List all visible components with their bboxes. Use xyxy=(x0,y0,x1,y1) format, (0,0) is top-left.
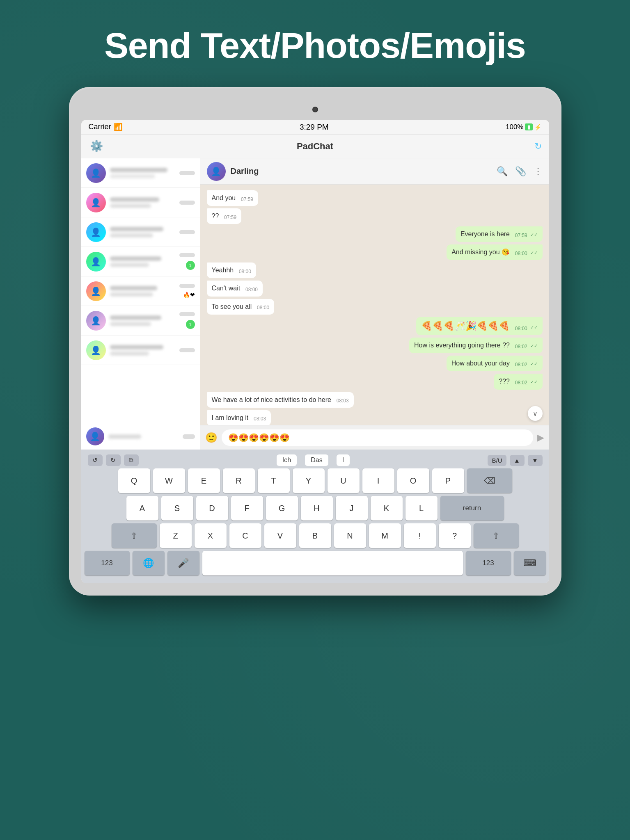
arrow-up-button[interactable]: ▲ xyxy=(510,455,525,466)
key-return[interactable]: return xyxy=(440,496,504,520)
copy-button[interactable]: ⧉ xyxy=(124,454,139,466)
key-j[interactable]: J xyxy=(336,496,368,520)
message-checks-4: ✓✓ xyxy=(530,250,538,255)
key-globe[interactable]: 🌐 xyxy=(133,551,165,575)
search-icon[interactable]: 🔍 xyxy=(497,166,508,177)
suggestion-das[interactable]: Das xyxy=(305,454,328,466)
key-l[interactable]: L xyxy=(405,496,438,520)
undo-button[interactable]: ↺ xyxy=(88,454,103,466)
message-bubble-3: Everyone is here 07:59 ✓✓ xyxy=(456,226,543,242)
message-text-9: How is everything going there ?? xyxy=(414,342,510,349)
key-numbers-right[interactable]: 123 xyxy=(466,551,511,575)
key-m[interactable]: M xyxy=(369,523,401,548)
sidebar-item-6[interactable]: 👤 1 xyxy=(81,306,200,336)
sidebar-item-1[interactable]: 👤 xyxy=(81,158,200,188)
message-row-1: And you 07:59 xyxy=(207,190,543,207)
key-q[interactable]: Q xyxy=(118,468,150,493)
header-left: ⚙️ xyxy=(89,139,113,154)
status-left: Carrier 📶 xyxy=(89,123,123,132)
tablet-bezel-top xyxy=(81,99,549,120)
messages-container[interactable]: And you 07:59 ?? 07:59 E xyxy=(200,185,549,425)
key-w[interactable]: W xyxy=(153,468,185,493)
key-d[interactable]: D xyxy=(196,496,228,520)
toolbar-right: B/U ▲ ▼ xyxy=(488,455,542,466)
key-mic[interactable]: 🎤 xyxy=(167,551,199,575)
bold-underline-button[interactable]: B/U xyxy=(488,455,506,466)
sidebar-right-7 xyxy=(179,348,195,352)
message-bubble-5: Yeahhh 08:00 xyxy=(207,262,256,278)
message-text-3: Everyone is here xyxy=(460,231,510,237)
message-text-1: And you xyxy=(212,194,236,201)
key-x[interactable]: X xyxy=(195,523,227,548)
key-shift-left[interactable]: ⇧ xyxy=(112,523,157,548)
message-input-field[interactable]: 😍😍😍😍😍😍 xyxy=(222,429,533,446)
message-bubble-7: To see you all 08:00 xyxy=(207,299,275,315)
key-backspace[interactable]: ⌫ xyxy=(467,468,512,493)
sidebar-profile[interactable]: 👤 xyxy=(81,423,200,450)
key-b[interactable]: B xyxy=(299,523,331,548)
sidebar-item-7[interactable]: 👤 xyxy=(81,336,200,365)
key-e[interactable]: E xyxy=(188,468,220,493)
carrier-label: Carrier xyxy=(89,123,111,131)
sidebar-item-3[interactable]: 👤 xyxy=(81,217,200,247)
status-right: 100% ▮ ⚡ xyxy=(506,123,541,131)
key-c[interactable]: C xyxy=(229,523,261,548)
message-row-12: We have a lot of nice activities to do h… xyxy=(207,392,543,409)
suggestion-i[interactable]: I xyxy=(337,454,350,466)
sidebar-right-3 xyxy=(179,230,195,234)
message-checks-9: ✓✓ xyxy=(530,343,538,348)
key-keyboard-switch[interactable]: ⌨ xyxy=(514,551,546,575)
message-text-4: And missing you 😘 xyxy=(451,249,510,256)
wifi-icon: 📶 xyxy=(114,123,123,132)
key-p[interactable]: P xyxy=(432,468,464,493)
key-exclamation[interactable]: ! xyxy=(404,523,436,548)
message-bubble-10: How about your day 08:02 ✓✓ xyxy=(447,356,543,371)
scroll-to-bottom-button[interactable]: ∨ xyxy=(528,406,543,421)
key-s[interactable]: S xyxy=(161,496,193,520)
sidebar-item-4[interactable]: 👤 1 xyxy=(81,247,200,276)
profile-name xyxy=(108,434,141,439)
unread-badge-6: 1 xyxy=(186,320,195,329)
sidebar-item-5[interactable]: 👤 🔥❤ xyxy=(81,276,200,306)
key-space[interactable] xyxy=(202,551,463,575)
key-g[interactable]: G xyxy=(266,496,298,520)
sidebar-item-2[interactable]: 👤 xyxy=(81,188,200,217)
message-bubble-11: ??? 08:02 ✓✓ xyxy=(494,374,542,389)
suggestion-ich[interactable]: Ich xyxy=(277,454,297,466)
header-right: ↻ xyxy=(517,141,542,152)
arrow-down-button[interactable]: ▼ xyxy=(528,455,543,466)
key-question[interactable]: ? xyxy=(439,523,471,548)
message-row-9: How is everything going there ?? 08:02 ✓… xyxy=(207,338,543,354)
key-h[interactable]: H xyxy=(301,496,333,520)
key-r[interactable]: R xyxy=(223,468,255,493)
refresh-icon[interactable]: ↻ xyxy=(534,141,542,152)
message-row-6: Can't wait 08:00 xyxy=(207,281,543,297)
key-k[interactable]: K xyxy=(371,496,403,520)
attachment-icon[interactable]: 📎 xyxy=(515,166,526,177)
emoji-picker-button[interactable]: 🙂 xyxy=(205,432,218,443)
settings-button[interactable]: ⚙️ xyxy=(89,139,104,154)
key-y[interactable]: Y xyxy=(293,468,325,493)
key-i[interactable]: I xyxy=(362,468,394,493)
message-time-13: 08:03 xyxy=(254,416,266,422)
sidebar-right-2 xyxy=(179,201,195,205)
message-bubble-6: Can't wait 08:00 xyxy=(207,281,263,296)
send-button[interactable]: ▶ xyxy=(537,432,544,443)
key-shift-right[interactable]: ⇧ xyxy=(474,523,519,548)
sidebar-text-5 xyxy=(110,286,175,297)
message-time-4: 08:00 xyxy=(515,251,527,256)
avatar-7: 👤 xyxy=(86,340,106,360)
battery-percent: 100% xyxy=(506,123,523,131)
key-v[interactable]: V xyxy=(264,523,296,548)
key-t[interactable]: T xyxy=(258,468,290,493)
key-o[interactable]: O xyxy=(397,468,429,493)
more-options-icon[interactable]: ⋮ xyxy=(534,166,543,177)
key-f[interactable]: F xyxy=(231,496,263,520)
status-bar: Carrier 📶 3:29 PM 100% ▮ ⚡ xyxy=(81,120,549,135)
redo-button[interactable]: ↻ xyxy=(106,454,121,466)
key-a[interactable]: A xyxy=(126,496,158,520)
key-numbers[interactable]: 123 xyxy=(85,551,130,575)
key-n[interactable]: N xyxy=(334,523,366,548)
key-z[interactable]: Z xyxy=(160,523,192,548)
key-u[interactable]: U xyxy=(328,468,360,493)
